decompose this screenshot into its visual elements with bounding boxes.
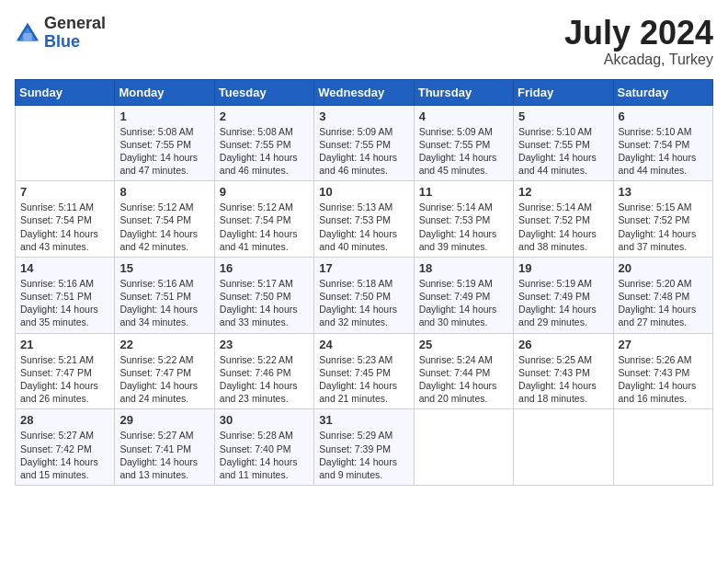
day-number: 15 (119, 261, 209, 275)
weekday-header-tuesday: Tuesday (214, 79, 313, 105)
calendar-cell: 21Sunrise: 5:21 AMSunset: 7:47 PMDayligh… (16, 333, 115, 409)
calendar-cell (414, 409, 513, 486)
day-number: 29 (119, 413, 209, 427)
calendar-cell: 25Sunrise: 5:24 AMSunset: 7:44 PMDayligh… (414, 333, 513, 409)
day-number: 12 (518, 185, 608, 199)
calendar-cell: 7Sunrise: 5:11 AMSunset: 7:54 PMDaylight… (16, 181, 115, 258)
weekday-header-wednesday: Wednesday (314, 79, 414, 105)
weekday-header-saturday: Saturday (613, 79, 712, 105)
day-number: 28 (20, 413, 109, 427)
calendar-cell: 18Sunrise: 5:19 AMSunset: 7:49 PMDayligh… (414, 257, 513, 333)
day-info: Sunrise: 5:10 AMSunset: 7:55 PMDaylight:… (518, 125, 608, 178)
day-number: 4 (419, 109, 508, 123)
day-number: 20 (619, 261, 708, 275)
logo: General Blue (15, 15, 106, 52)
weekday-header-sunday: Sunday (16, 79, 115, 105)
svg-rect-2 (23, 33, 31, 40)
calendar-cell: 13Sunrise: 5:15 AMSunset: 7:52 PMDayligh… (613, 181, 712, 258)
day-number: 9 (220, 185, 309, 199)
calendar-cell: 2Sunrise: 5:08 AMSunset: 7:55 PMDaylight… (214, 105, 313, 181)
calendar-cell: 29Sunrise: 5:27 AMSunset: 7:41 PMDayligh… (115, 409, 214, 486)
calendar-cell: 16Sunrise: 5:17 AMSunset: 7:50 PMDayligh… (214, 257, 313, 333)
day-number: 2 (220, 109, 309, 123)
day-info: Sunrise: 5:18 AMSunset: 7:50 PMDaylight:… (319, 277, 408, 329)
calendar-cell (16, 105, 115, 181)
day-info: Sunrise: 5:10 AMSunset: 7:54 PMDaylight:… (619, 125, 708, 178)
calendar-cell: 27Sunrise: 5:26 AMSunset: 7:43 PMDayligh… (613, 333, 712, 409)
calendar-cell: 6Sunrise: 5:10 AMSunset: 7:54 PMDaylight… (613, 105, 712, 181)
calendar-cell: 17Sunrise: 5:18 AMSunset: 7:50 PMDayligh… (314, 257, 414, 333)
day-number: 8 (119, 185, 209, 199)
day-info: Sunrise: 5:12 AMSunset: 7:54 PMDaylight:… (119, 201, 209, 253)
month-title: July 2024 (564, 15, 713, 52)
title-block: July 2024 Akcadag, Turkey (564, 15, 713, 68)
logo-general-text: General (44, 14, 106, 32)
calendar-cell: 10Sunrise: 5:13 AMSunset: 7:53 PMDayligh… (314, 181, 414, 258)
day-info: Sunrise: 5:19 AMSunset: 7:49 PMDaylight:… (419, 277, 508, 329)
day-number: 10 (319, 185, 408, 199)
calendar-cell: 15Sunrise: 5:16 AMSunset: 7:51 PMDayligh… (115, 257, 214, 333)
day-info: Sunrise: 5:25 AMSunset: 7:43 PMDaylight:… (518, 353, 608, 406)
day-number: 22 (119, 338, 209, 351)
calendar-cell: 3Sunrise: 5:09 AMSunset: 7:55 PMDaylight… (314, 105, 414, 181)
day-info: Sunrise: 5:09 AMSunset: 7:55 PMDaylight:… (419, 125, 508, 178)
day-number: 11 (419, 185, 508, 199)
calendar-cell: 24Sunrise: 5:23 AMSunset: 7:45 PMDayligh… (314, 333, 414, 409)
calendar-cell (613, 409, 712, 486)
day-number: 6 (619, 109, 708, 123)
day-info: Sunrise: 5:09 AMSunset: 7:55 PMDaylight:… (319, 125, 408, 178)
day-info: Sunrise: 5:20 AMSunset: 7:48 PMDaylight:… (619, 277, 708, 329)
calendar-cell: 11Sunrise: 5:14 AMSunset: 7:53 PMDayligh… (414, 181, 513, 258)
day-number: 17 (319, 261, 408, 275)
calendar-cell: 19Sunrise: 5:19 AMSunset: 7:49 PMDayligh… (514, 257, 613, 333)
day-info: Sunrise: 5:28 AMSunset: 7:40 PMDaylight:… (220, 429, 309, 481)
calendar-cell: 26Sunrise: 5:25 AMSunset: 7:43 PMDayligh… (514, 333, 613, 409)
day-info: Sunrise: 5:26 AMSunset: 7:43 PMDaylight:… (619, 353, 708, 406)
day-number: 23 (220, 338, 309, 351)
day-number: 26 (518, 338, 608, 351)
day-number: 25 (419, 338, 508, 351)
weekday-header-monday: Monday (115, 79, 214, 105)
calendar-cell: 14Sunrise: 5:16 AMSunset: 7:51 PMDayligh… (16, 257, 115, 333)
day-number: 3 (319, 109, 408, 123)
calendar-week-row: 28Sunrise: 5:27 AMSunset: 7:42 PMDayligh… (16, 409, 713, 486)
day-number: 19 (518, 261, 608, 275)
day-info: Sunrise: 5:14 AMSunset: 7:53 PMDaylight:… (419, 201, 508, 253)
calendar-cell: 1Sunrise: 5:08 AMSunset: 7:55 PMDaylight… (115, 105, 214, 181)
calendar-cell (514, 409, 613, 486)
day-info: Sunrise: 5:14 AMSunset: 7:52 PMDaylight:… (518, 201, 608, 253)
weekday-header-friday: Friday (514, 79, 613, 105)
day-number: 1 (119, 109, 209, 123)
day-info: Sunrise: 5:17 AMSunset: 7:50 PMDaylight:… (220, 277, 309, 329)
calendar-cell: 5Sunrise: 5:10 AMSunset: 7:55 PMDaylight… (514, 105, 613, 181)
calendar-cell: 12Sunrise: 5:14 AMSunset: 7:52 PMDayligh… (514, 181, 613, 258)
day-info: Sunrise: 5:27 AMSunset: 7:41 PMDaylight:… (119, 429, 209, 481)
day-number: 13 (619, 185, 708, 199)
calendar-cell: 28Sunrise: 5:27 AMSunset: 7:42 PMDayligh… (16, 409, 115, 486)
day-number: 30 (220, 413, 309, 427)
day-info: Sunrise: 5:22 AMSunset: 7:46 PMDaylight:… (220, 353, 309, 406)
calendar-cell: 9Sunrise: 5:12 AMSunset: 7:54 PMDaylight… (214, 181, 313, 258)
day-number: 24 (319, 338, 408, 351)
calendar-week-row: 14Sunrise: 5:16 AMSunset: 7:51 PMDayligh… (16, 257, 713, 333)
calendar-cell: 31Sunrise: 5:29 AMSunset: 7:39 PMDayligh… (314, 409, 414, 486)
day-number: 16 (220, 261, 309, 275)
day-info: Sunrise: 5:19 AMSunset: 7:49 PMDaylight:… (518, 277, 608, 329)
day-info: Sunrise: 5:12 AMSunset: 7:54 PMDaylight:… (220, 201, 309, 253)
day-info: Sunrise: 5:24 AMSunset: 7:44 PMDaylight:… (419, 353, 508, 406)
calendar-week-row: 1Sunrise: 5:08 AMSunset: 7:55 PMDaylight… (16, 105, 713, 181)
calendar-cell: 8Sunrise: 5:12 AMSunset: 7:54 PMDaylight… (115, 181, 214, 258)
day-info: Sunrise: 5:13 AMSunset: 7:53 PMDaylight:… (319, 201, 408, 253)
day-info: Sunrise: 5:11 AMSunset: 7:54 PMDaylight:… (20, 201, 109, 253)
logo-blue-text: Blue (44, 32, 80, 51)
day-info: Sunrise: 5:21 AMSunset: 7:47 PMDaylight:… (20, 353, 109, 406)
day-info: Sunrise: 5:23 AMSunset: 7:45 PMDaylight:… (319, 353, 408, 406)
weekday-header-row: SundayMondayTuesdayWednesdayThursdayFrid… (16, 79, 713, 105)
weekday-header-thursday: Thursday (414, 79, 513, 105)
page-header: General Blue July 2024 Akcadag, Turkey (15, 15, 713, 68)
day-number: 31 (319, 413, 408, 427)
calendar-cell: 23Sunrise: 5:22 AMSunset: 7:46 PMDayligh… (214, 333, 313, 409)
day-number: 7 (20, 185, 109, 199)
day-number: 14 (20, 261, 109, 275)
location-subtitle: Akcadag, Turkey (564, 52, 713, 68)
